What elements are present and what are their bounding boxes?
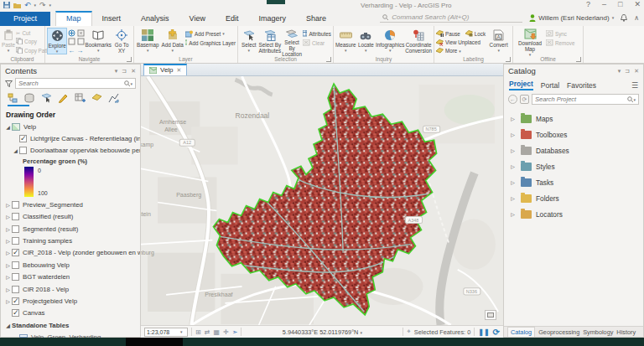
- map-tab-close-icon[interactable]: ✕: [177, 67, 182, 74]
- expander-icon[interactable]: [4, 323, 12, 328]
- tab-share[interactable]: Share: [296, 12, 336, 26]
- scale-dropdown-icon[interactable]: ▾: [180, 329, 183, 334]
- layer-row-classified[interactable]: Classified (result): [4, 211, 140, 223]
- layer-checkbox[interactable]: [12, 286, 19, 293]
- panel-menu-icon[interactable]: ▾: [115, 68, 118, 75]
- expander-icon[interactable]: [509, 132, 517, 137]
- panel-tab-geoprocessing[interactable]: Geoprocessing: [538, 328, 579, 336]
- basemap-button[interactable]: Basemap▾: [136, 28, 160, 54]
- download-map-button[interactable]: Download Map▾: [515, 28, 545, 54]
- contents-close-icon[interactable]: ✕: [131, 68, 136, 75]
- layer-checkbox[interactable]: [19, 135, 27, 142]
- catalog-close-icon[interactable]: ✕: [634, 68, 639, 75]
- refresh-small-icon[interactable]: ⟳: [520, 95, 529, 104]
- select-button[interactable]: Select▾: [240, 28, 258, 54]
- catalog-search-box[interactable]: ▾: [532, 94, 639, 105]
- attributes-button[interactable]: Attributes: [303, 29, 331, 38]
- layer-row-segmented[interactable]: Segmented (result): [4, 223, 140, 235]
- tab-project[interactable]: Project: [0, 12, 50, 26]
- tab-view[interactable]: View: [179, 12, 216, 26]
- layer-checkbox[interactable]: [12, 225, 19, 233]
- map-canvas[interactable]: Rozendaal Arnhemse Allee kamp Paasberg s…: [141, 76, 503, 325]
- list-by-snapping-icon[interactable]: [75, 93, 86, 103]
- navigator-icon[interactable]: ➣: [232, 328, 238, 336]
- catalog-search-input[interactable]: [535, 96, 627, 103]
- coordinates-readout[interactable]: 5.9440333°E 52.0119769°N ▾: [245, 328, 399, 336]
- layer-row-projectgebied[interactable]: Projectgebied Velp: [4, 295, 140, 307]
- expander-icon[interactable]: [4, 274, 12, 280]
- layer-checkbox[interactable]: [12, 261, 19, 269]
- expander-icon[interactable]: [509, 179, 517, 185]
- contents-search-box[interactable]: ▾: [15, 78, 136, 89]
- more-labeling-button[interactable]: More▾: [436, 47, 486, 54]
- pin-icon[interactable]: ⊐: [625, 68, 630, 75]
- tab-edit[interactable]: Edit: [216, 12, 249, 26]
- catalog-item-toolboxes[interactable]: Toolboxes: [509, 127, 643, 142]
- explore-button[interactable]: Explore▾: [47, 28, 67, 54]
- open-icon[interactable]: [13, 2, 21, 8]
- grid-icon[interactable]: ▦: [213, 328, 220, 336]
- expander-icon[interactable]: [4, 262, 12, 268]
- filter-icon[interactable]: [5, 80, 13, 87]
- layer-checkbox[interactable]: [12, 309, 19, 317]
- scale-input[interactable]: ▾: [144, 328, 188, 337]
- sync-button[interactable]: Sync: [546, 29, 576, 38]
- catalog-item-maps[interactable]: Maps: [509, 111, 643, 127]
- tab-analysis[interactable]: Analysis: [131, 12, 179, 26]
- next-extent-icon[interactable]: →: [76, 47, 83, 54]
- standalone-tables-heading[interactable]: Standalone Tables: [4, 319, 140, 331]
- catalog-item-locators[interactable]: Locators: [509, 206, 643, 222]
- catalog-menu-icon[interactable]: ☰: [631, 81, 638, 90]
- list-by-drawing-order-icon[interactable]: [8, 93, 18, 103]
- pin-icon[interactable]: ⊐: [122, 68, 127, 75]
- copy-path-button[interactable]: Copy Path: [16, 47, 49, 54]
- expander-icon[interactable]: [4, 287, 12, 292]
- layer-checkbox[interactable]: [12, 297, 19, 305]
- panel-tab-catalog[interactable]: Catalog: [507, 327, 535, 337]
- search-dropdown-icon[interactable]: ▾: [130, 81, 132, 86]
- catalog-item-databases[interactable]: Databases: [509, 142, 643, 158]
- cut-button[interactable]: ✂Cut: [16, 29, 49, 37]
- add-graphics-layer-button[interactable]: Add Graphics Layer: [185, 39, 236, 47]
- selection-dialog-launcher[interactable]: [326, 57, 331, 62]
- command-search-input[interactable]: Command Search (Alt+Q): [380, 13, 522, 23]
- layer-checkbox[interactable]: [12, 237, 19, 245]
- layer-row-preview-segmented[interactable]: Preview_Segmented: [4, 199, 140, 210]
- locate-button[interactable]: Locate▾: [357, 28, 376, 54]
- search-dropdown-icon[interactable]: ▾: [633, 97, 636, 102]
- catalog-tab-portal[interactable]: Portal: [541, 81, 559, 90]
- scale-value[interactable]: [147, 329, 180, 335]
- layer-row-bebouwing[interactable]: Bebouwing Velp: [4, 259, 140, 271]
- layer-row-cir2018-zonder[interactable]: CIR_2018 - Velp (zonder gebouwen en wate…: [4, 247, 140, 259]
- layer-checkbox[interactable]: [12, 249, 19, 256]
- layer-checkbox[interactable]: [12, 273, 19, 281]
- notifications-bell-icon[interactable]: [621, 14, 627, 22]
- remove-button[interactable]: Remove: [546, 39, 576, 47]
- lock-labels-button[interactable]: Lock: [465, 29, 486, 38]
- expander-icon[interactable]: [4, 226, 12, 232]
- measure-button[interactable]: Measure▾: [335, 28, 356, 54]
- expander-icon[interactable]: [4, 214, 12, 219]
- pause-labeling-button[interactable]: Pause: [436, 29, 460, 38]
- add-preset-button[interactable]: Add Preset▾: [185, 29, 236, 38]
- redo-icon[interactable]: ↷: [39, 1, 46, 9]
- undo-dropdown[interactable]: ▾: [34, 3, 37, 8]
- layer-row-velp-group[interactable]: Velp: [4, 121, 140, 132]
- labeling-dialog-launcher[interactable]: [506, 57, 511, 62]
- bookmarks-button[interactable]: Bookmarks▾: [86, 28, 111, 54]
- zoom-grid-buttons[interactable]: [68, 38, 85, 45]
- contents-search-input[interactable]: [18, 80, 124, 87]
- layer-checkbox[interactable]: [12, 213, 19, 220]
- panel-menu-icon[interactable]: ▾: [618, 68, 621, 75]
- previous-extent-icon[interactable]: ←: [68, 47, 75, 54]
- list-by-data-source-icon[interactable]: [24, 93, 35, 103]
- catalog-item-styles[interactable]: Styles: [509, 158, 643, 174]
- expander-icon[interactable]: [4, 250, 12, 256]
- paste-button[interactable]: Paste▾: [2, 28, 15, 54]
- catalog-tab-favorites[interactable]: Favorites: [567, 81, 596, 90]
- select-by-location-button[interactable]: Select By Location: [282, 28, 302, 54]
- convert-labels-button[interactable]: A Convert▾: [486, 28, 511, 54]
- panel-tab-symbology[interactable]: Symbology: [583, 328, 613, 336]
- help-button[interactable]: ?: [586, 0, 590, 8]
- select-by-attributes-button[interactable]: Select By Attributes: [259, 28, 282, 54]
